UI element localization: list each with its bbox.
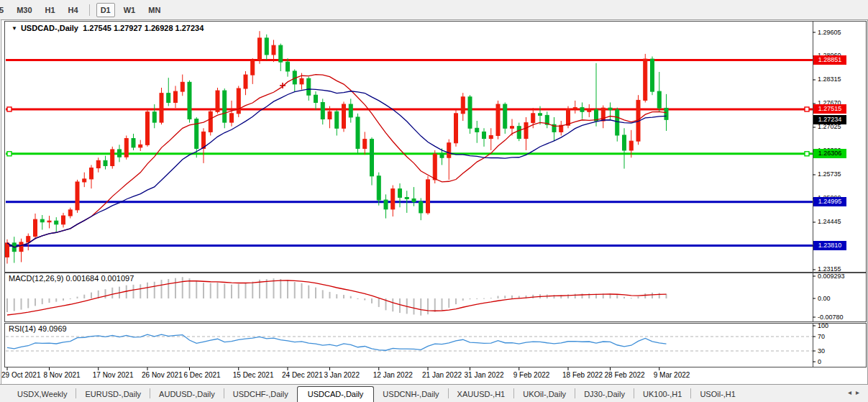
- macd-panel-surface[interactable]: [6, 273, 813, 321]
- macd-tick-label: -0.00780: [818, 314, 844, 321]
- tab-uk100-h1[interactable]: UK100-,H1: [634, 387, 690, 402]
- rsi-tick-label: 30: [818, 347, 825, 355]
- tab-usdchf-daily[interactable]: USDCHF-,Daily: [224, 387, 297, 402]
- tab-usdcad-daily[interactable]: USDCAD-,Daily: [297, 386, 375, 402]
- chart-tab-bar: USDX,WeeklyEURUSD-,DailyAUDUSD-,DailyUSD…: [0, 384, 868, 402]
- time-axis[interactable]: [6, 367, 813, 383]
- tab-usoil-h1[interactable]: USOil-,H1: [691, 387, 744, 402]
- price-chart-surface[interactable]: [6, 22, 813, 271]
- rsi-tick-label: 70: [818, 333, 825, 341]
- trading-terminal-window: 5M30H1H4D1W1MN ▼USDCAD-,Daily 1.27545 1.…: [0, 0, 868, 402]
- tab-xauusd-h1[interactable]: XAUUSD-,H1: [449, 387, 514, 402]
- tab-scroll-left-icon[interactable]: ◂: [848, 388, 856, 396]
- tab-usdx-weekly[interactable]: USDX,Weekly: [9, 387, 76, 402]
- rsi-panel-surface[interactable]: [6, 324, 813, 366]
- macd-tick-label: 0.009293: [818, 273, 845, 280]
- macd-tick-label: 0.00: [818, 295, 831, 303]
- tab-usdcnh-daily[interactable]: USDCNH-,Daily: [374, 387, 447, 402]
- rsi-tick-label: 100: [818, 322, 828, 330]
- price-axis[interactable]: [813, 21, 867, 271]
- tab-ukoil-daily[interactable]: UKOil-,Daily: [514, 387, 575, 402]
- rsi-tick-label: 0: [818, 358, 821, 366]
- tab-audusd-daily[interactable]: AUDUSD-,Daily: [150, 387, 224, 402]
- tab-eurusd-daily[interactable]: EURUSD-,Daily: [76, 387, 150, 402]
- tab-dj30-daily[interactable]: DJ30-,Daily: [575, 387, 634, 402]
- tab-scroll-right-icon[interactable]: ▸: [856, 388, 864, 396]
- tab-scroll-arrows: ◂▸: [848, 388, 864, 396]
